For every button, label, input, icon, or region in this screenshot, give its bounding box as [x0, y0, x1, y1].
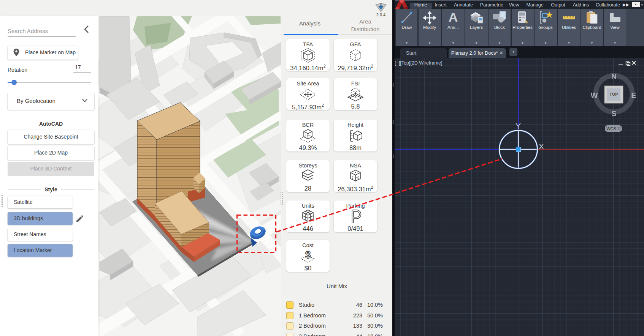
svg-text:Y: Y [516, 121, 521, 130]
svg-text:WCS: WCS [606, 126, 616, 131]
svg-text:W: W [591, 91, 598, 99]
svg-text:X: X [539, 142, 544, 151]
svg-text:S: S [611, 109, 616, 118]
svg-text:N: N [611, 72, 617, 80]
svg-text:E: E [631, 91, 636, 99]
svg-text:$: $ [305, 249, 311, 260]
svg-text:[−][Top][2D Wireframe]: [−][Top][2D Wireframe] [395, 60, 442, 66]
svg-text:TOP: TOP [609, 92, 618, 96]
